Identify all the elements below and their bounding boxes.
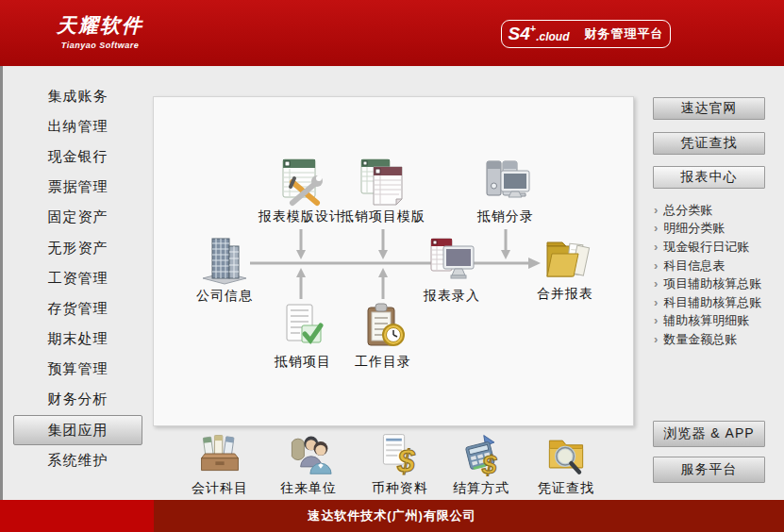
sidebar-item-cash-bank[interactable]: 现金银行 bbox=[13, 141, 142, 172]
flow-node-label: 抵销分录 bbox=[477, 208, 534, 225]
chevron-right-icon: › bbox=[654, 332, 658, 346]
footer-company-name: 速达软件技术(广州)有限公司 bbox=[0, 500, 784, 532]
flow-node-label: 公司信息 bbox=[196, 288, 253, 305]
flow-node-label: 工作目录 bbox=[355, 354, 411, 371]
chevron-right-icon: › bbox=[654, 203, 658, 217]
badge-product: S4 bbox=[508, 24, 529, 44]
logo-title: 天耀软件 bbox=[57, 12, 143, 39]
tianyao-logo: 天耀软件 Tianyao Software bbox=[57, 12, 143, 50]
checklist-icon bbox=[277, 301, 328, 352]
base-data-accounting-subjects[interactable]: 会计科目 bbox=[173, 430, 267, 497]
sidebar-item-payroll[interactable]: 工资管理 bbox=[13, 263, 142, 293]
chevron-right-icon: › bbox=[654, 276, 658, 291]
sidebar-item-group-application[interactable]: 集团应用 bbox=[13, 415, 142, 445]
svg-text:$: $ bbox=[481, 450, 497, 477]
report-link-label: 辅助核算明细账 bbox=[663, 312, 749, 329]
spreadsheet-tools-icon bbox=[275, 156, 326, 207]
sidebar-item-cashier-management[interactable]: 出纳管理 bbox=[13, 111, 142, 141]
sidebar-item-intangible-assets[interactable]: 无形资产 bbox=[13, 233, 142, 263]
badge-suffix: .cloud bbox=[536, 30, 569, 43]
monitor-sheet-icon bbox=[426, 235, 477, 286]
report-link[interactable]: ›明细分类账 bbox=[654, 220, 776, 239]
report-link[interactable]: ›辅助核算明细账 bbox=[654, 312, 776, 331]
logo-subtitle: Tianyao Software bbox=[57, 41, 143, 50]
base-data-contacts[interactable]: 往来单位 bbox=[261, 430, 356, 497]
chevron-right-icon: › bbox=[654, 313, 658, 327]
flow-node-label: 报表录入 bbox=[424, 288, 480, 305]
flow-node-company-info[interactable]: 公司信息 bbox=[179, 235, 270, 305]
report-link[interactable]: ›现金银行日记账 bbox=[654, 238, 776, 257]
product-badge: S4+.cloud 财务管理平台 bbox=[501, 20, 671, 48]
flow-node-offset-item[interactable]: 抵销项目 bbox=[258, 301, 348, 371]
base-data-settlement-method[interactable]: $ 结算方式 bbox=[434, 430, 528, 497]
folder-report-icon bbox=[540, 233, 591, 284]
chevron-right-icon: › bbox=[654, 295, 658, 309]
report-link-label: 明细分类账 bbox=[663, 220, 725, 237]
report-link-label: 项目辅助核算总账 bbox=[663, 275, 761, 292]
sidebar-item-bill-management[interactable]: 票据管理 bbox=[13, 173, 142, 203]
base-data-voucher-search[interactable]: 凭证查找 bbox=[519, 430, 613, 497]
voucher-search-button[interactable]: 凭证查找 bbox=[653, 132, 765, 155]
base-data-label: 凭证查找 bbox=[538, 480, 594, 497]
flow-node-label: 合并报表 bbox=[537, 286, 593, 303]
svg-text:$: $ bbox=[396, 443, 415, 477]
service-platform-button[interactable]: 服务平台 bbox=[653, 457, 765, 483]
sidebar-item-budget[interactable]: 预算管理 bbox=[13, 355, 142, 385]
app-window: 天耀软件 Tianyao Software S4+.cloud 财务管理平台 集… bbox=[0, 0, 784, 532]
building-icon bbox=[199, 235, 250, 286]
browser-app-button[interactable]: 浏览器 & APP bbox=[653, 421, 765, 447]
report-link-label: 数量金额总账 bbox=[663, 331, 737, 348]
base-data-label: 币种资料 bbox=[372, 480, 428, 497]
flow-node-report-entry[interactable]: 报表录入 bbox=[407, 235, 497, 305]
flow-node-merged-report[interactable]: 合并报表 bbox=[520, 233, 610, 303]
footer-bar: 速达软件技术(广州)有限公司 bbox=[0, 500, 784, 532]
report-link[interactable]: ›总分类账 bbox=[654, 201, 776, 220]
folder-search-icon bbox=[542, 430, 590, 477]
sidebar-item-financial-analysis[interactable]: 财务分析 bbox=[13, 385, 142, 415]
sidebar-item-period-end[interactable]: 期末处理 bbox=[13, 324, 142, 355]
base-data-label: 结算方式 bbox=[453, 480, 509, 497]
flow-node-report-template-design[interactable]: 报表模版设计 bbox=[256, 156, 346, 225]
report-link-label: 总分类账 bbox=[663, 202, 712, 219]
report-link[interactable]: ›科目信息表 bbox=[654, 257, 776, 275]
badge-platform: 财务管理平台 bbox=[585, 25, 664, 42]
flow-node-offset-entry[interactable]: 抵销分录 bbox=[460, 156, 551, 225]
calculator-dollar-icon: $ bbox=[458, 430, 505, 477]
double-spreadsheet-icon bbox=[358, 156, 409, 207]
chevron-right-icon: › bbox=[654, 221, 658, 235]
chevron-right-icon: › bbox=[654, 258, 658, 273]
group-application-panel: 报表模版设计 抵销项目模版 bbox=[153, 96, 634, 426]
binder-monitor-icon bbox=[480, 156, 531, 207]
report-link-label: 科目信息表 bbox=[663, 258, 725, 274]
report-link[interactable]: ›科目辅助核算总账 bbox=[654, 293, 776, 312]
report-link-label: 现金银行日记账 bbox=[663, 239, 749, 256]
report-center-button[interactable]: 报表中心 bbox=[653, 166, 765, 189]
report-link-label: 科目辅助核算总账 bbox=[663, 294, 761, 311]
binder-box-icon bbox=[196, 430, 243, 477]
report-link[interactable]: ›项目辅助核算总账 bbox=[654, 274, 776, 293]
flow-node-label: 抵销项目模版 bbox=[341, 208, 425, 225]
base-data-label: 会计科目 bbox=[192, 480, 248, 497]
sidebar-item-integrated-accounting[interactable]: 集成账务 bbox=[13, 81, 142, 111]
header-bar: 天耀软件 Tianyao Software S4+.cloud 财务管理平台 bbox=[0, 0, 784, 66]
sidebar-item-fixed-assets[interactable]: 固定资产 bbox=[13, 203, 142, 233]
clipboard-clock-icon bbox=[358, 301, 409, 352]
chevron-right-icon: › bbox=[654, 240, 658, 254]
base-data-label: 往来单位 bbox=[280, 480, 337, 497]
report-link-list: ›总分类账 ›明细分类账 ›现金银行日记账 ›科目信息表 ›项目辅助核算总账 ›… bbox=[654, 201, 776, 349]
base-data-currency-info[interactable]: $ 币种资料 bbox=[353, 430, 447, 497]
people-icon bbox=[285, 430, 332, 477]
dollar-sheet-icon: $ bbox=[376, 430, 424, 477]
flow-node-label: 报表模版设计 bbox=[259, 208, 343, 225]
flow-node-label: 抵销项目 bbox=[275, 354, 331, 371]
module-sidebar: 集成账务 出纳管理 现金银行 票据管理 固定资产 无形资产 工资管理 存货管理 … bbox=[3, 81, 153, 475]
suda-official-site-button[interactable]: 速达官网 bbox=[653, 97, 765, 120]
sidebar-item-system-maintenance[interactable]: 系统维护 bbox=[13, 445, 142, 475]
flow-node-offset-item-template[interactable]: 抵销项目模版 bbox=[338, 156, 428, 225]
sidebar-item-inventory[interactable]: 存货管理 bbox=[13, 293, 142, 324]
flow-node-work-directory[interactable]: 工作目录 bbox=[338, 301, 428, 371]
report-link[interactable]: ›数量金额总账 bbox=[654, 330, 776, 349]
